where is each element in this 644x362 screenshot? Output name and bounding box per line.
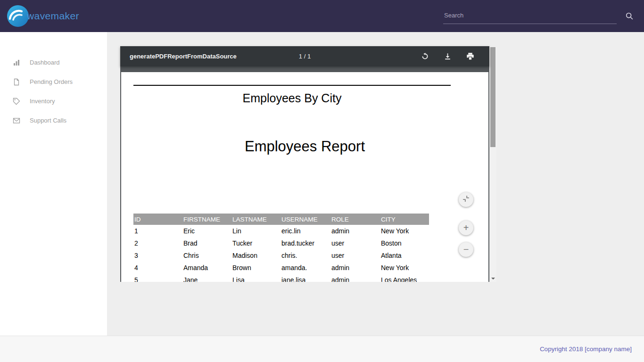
column-header: ROLE xyxy=(330,214,380,225)
table-cell: eric.lin xyxy=(281,225,330,237)
fit-to-page-button[interactable] xyxy=(459,192,473,207)
pdf-viewer: generatePDFReportFromDataSource 1 / 1 xyxy=(120,46,496,282)
brand-name: wavemaker xyxy=(27,10,79,22)
pdf-scroll-area: Employees By City Employees Report ID FI… xyxy=(120,66,489,282)
table-cell: user xyxy=(330,237,380,249)
pdf-toolbar-actions xyxy=(421,52,480,60)
copyright-text: Copyright 2018 [company name] xyxy=(540,346,632,353)
scroll-down-arrow-icon[interactable] xyxy=(489,275,496,282)
pdf-document-title: generatePDFReportFromDataSource xyxy=(130,53,237,60)
table-cell: Lisa xyxy=(231,274,281,282)
table-cell: Amanda xyxy=(182,262,231,274)
fit-to-page-icon xyxy=(462,195,470,204)
table-cell: chris. xyxy=(281,249,330,262)
table-cell: 2 xyxy=(133,237,182,249)
search-input[interactable] xyxy=(443,8,617,24)
topbar: wavemaker xyxy=(0,0,644,32)
table-cell: admin xyxy=(330,225,380,237)
table-cell: Chris xyxy=(182,249,231,262)
sidebar-item-support-calls[interactable]: Support Calls xyxy=(0,111,107,130)
table-cell: 3 xyxy=(133,249,182,262)
document-rule xyxy=(133,85,451,86)
pdf-scrollbar-thumb[interactable] xyxy=(490,47,495,147)
table-cell: Lin xyxy=(231,225,281,237)
column-header: CITY xyxy=(380,214,429,225)
print-icon[interactable] xyxy=(466,52,474,60)
table-cell: admin xyxy=(330,262,380,274)
table-row: 5 Jane Lisa jane.lisa admin Los Angeles xyxy=(133,274,429,282)
table-cell: Boston xyxy=(380,237,429,249)
sidebar: Dashboard Pending Orders Inventory Suppo… xyxy=(0,32,107,336)
column-header: FIRSTNAME xyxy=(182,214,231,225)
download-icon[interactable] xyxy=(444,52,452,60)
bar-chart-icon xyxy=(13,59,20,66)
pdf-page-indicator: 1 / 1 xyxy=(299,53,311,60)
sidebar-item-inventory[interactable]: Inventory xyxy=(0,91,107,111)
table-cell: Tucker xyxy=(231,237,281,249)
sidebar-item-label: Inventory xyxy=(30,98,55,105)
table-cell: user xyxy=(330,249,380,262)
zoom-out-icon: − xyxy=(463,244,469,255)
pdf-toolbar: generatePDFReportFromDataSource 1 / 1 xyxy=(120,46,489,66)
table-cell: jane.lisa xyxy=(281,274,330,282)
table-header-row: ID FIRSTNAME LASTNAME USERNAME ROLE CITY xyxy=(133,214,429,225)
table-row: 4 Amanda Brown amanda. admin New York xyxy=(133,262,429,274)
document-section-title: Employees By City xyxy=(133,91,451,105)
table-cell: 1 xyxy=(133,225,182,237)
column-header: USERNAME xyxy=(281,214,330,225)
footer: Copyright 2018 [company name] xyxy=(0,336,644,362)
sidebar-item-label: Dashboard xyxy=(30,59,60,66)
sidebar-item-label: Support Calls xyxy=(30,117,66,124)
zoom-in-icon: + xyxy=(463,222,469,233)
sidebar-item-label: Pending Orders xyxy=(30,78,73,85)
search-icon[interactable] xyxy=(625,12,634,24)
table-cell: Madison xyxy=(231,249,281,262)
table-row: 2 Brad Tucker brad.tucker user Boston xyxy=(133,237,429,249)
table-cell: Atlanta xyxy=(380,249,429,262)
table-cell: Eric xyxy=(182,225,231,237)
sidebar-item-dashboard[interactable]: Dashboard xyxy=(0,53,107,72)
table-cell: 5 xyxy=(133,274,182,282)
zoom-in-button[interactable]: + xyxy=(459,221,473,235)
pdf-viewer-frame: generatePDFReportFromDataSource 1 / 1 xyxy=(120,46,489,282)
table-cell: Los Angeles xyxy=(380,274,429,282)
table-cell: Brown xyxy=(231,262,281,274)
table-cell: 4 xyxy=(133,262,182,274)
document-icon xyxy=(13,78,20,86)
table-cell: Brad xyxy=(182,237,231,249)
column-header: ID xyxy=(133,214,182,225)
zoom-out-button[interactable]: − xyxy=(459,242,473,257)
column-header: LASTNAME xyxy=(231,214,281,225)
tag-icon xyxy=(13,98,20,105)
brand: wavemaker xyxy=(6,4,79,28)
table-row: 1 Eric Lin eric.lin admin New York xyxy=(133,225,429,237)
table-cell: New York xyxy=(380,262,429,274)
main-content: generatePDFReportFromDataSource 1 / 1 xyxy=(107,32,644,336)
table-cell: Jane xyxy=(182,274,231,282)
employees-table: ID FIRSTNAME LASTNAME USERNAME ROLE CITY… xyxy=(133,214,429,282)
rotate-icon[interactable] xyxy=(421,52,429,60)
table-cell: amanda. xyxy=(281,262,330,274)
search-area xyxy=(443,8,634,24)
pdf-scrollbar-track[interactable] xyxy=(489,47,496,282)
table-cell: New York xyxy=(380,225,429,237)
table-cell: admin xyxy=(330,274,380,282)
document-report-title: Employees Report xyxy=(121,138,488,155)
sidebar-item-pending-orders[interactable]: Pending Orders xyxy=(0,72,107,91)
envelope-icon xyxy=(13,117,20,124)
pdf-page: Employees By City Employees Report ID FI… xyxy=(121,72,488,282)
table-row: 3 Chris Madison chris. user Atlanta xyxy=(133,249,429,262)
table-cell: brad.tucker xyxy=(281,237,330,249)
